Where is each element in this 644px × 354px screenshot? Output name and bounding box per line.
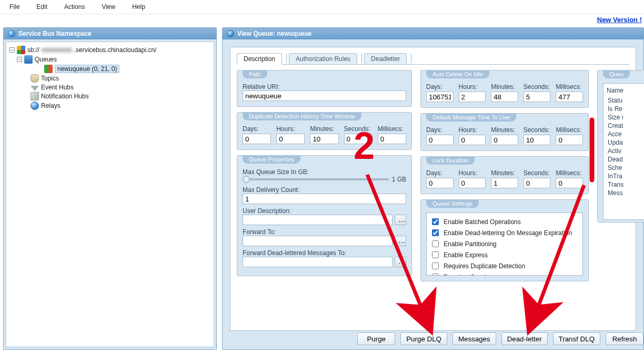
messages-button[interactable]: Messages [452, 332, 496, 345]
ttl-sec-input[interactable] [524, 135, 551, 145]
purge-button[interactable]: Purge [357, 332, 395, 345]
dup-hours-input[interactable] [276, 134, 305, 144]
auto-ms-input[interactable] [556, 92, 583, 102]
group-path-title: Path [243, 70, 267, 78]
group-queue-info: Queu Name StatuIs ReSize iCreatAcceUpdaA… [597, 70, 644, 222]
dup-min-input[interactable] [310, 134, 338, 144]
setting-checkbox-4[interactable] [432, 262, 439, 269]
setting-checkbox-5[interactable] [432, 274, 439, 276]
group-dup-detection: Duplicate Detection History Time Window … [237, 112, 412, 150]
view-queue-header: View Queue: newuqueue [222, 27, 644, 39]
group-auto-title: Auto Delete On Idle [426, 70, 489, 78]
setting-3[interactable]: Enable Express [430, 249, 579, 260]
setting-label-2: Enable Partitioning [444, 240, 497, 248]
group-queue-properties: Queue Properties Max Queue Size In GB: 1… [237, 155, 412, 276]
namespace-panel-title: Service Bus Namespace [18, 30, 92, 37]
menu-view[interactable]: View [98, 2, 118, 12]
collapse-icon[interactable]: − [9, 47, 15, 53]
info-list: Name StatuIs ReSize iCreatAcceUpdaActivD… [603, 83, 644, 220]
auto-sec-input[interactable] [524, 92, 551, 102]
forward-dl-browse-button[interactable]: … [395, 257, 406, 267]
tree-queue-label: newuqueue (0, 21, 0) [55, 65, 119, 73]
relative-uri-input[interactable] [243, 90, 406, 101]
setting-5[interactable]: Requires Session [430, 271, 579, 276]
tabs: Description Authorization Rules Deadlett… [237, 53, 629, 65]
tree-queue-item[interactable]: newuqueue (0, 21, 0) [44, 64, 210, 74]
tree-queues[interactable]: − Queues [17, 55, 210, 64]
refresh-button[interactable]: Refresh [606, 332, 643, 345]
settings-list[interactable]: Enable Batched OperationsEnable Dead-let… [426, 213, 583, 276]
purge-dlq-button[interactable]: Purge DLQ [400, 332, 447, 345]
view-queue-title: View Queue: newuqueue [237, 30, 311, 37]
tree-namespace-root[interactable]: − sb://■■■■■■■■.servicebus.chinacloudapi… [9, 45, 210, 55]
lock-days-input[interactable] [426, 178, 454, 188]
tree-relays[interactable]: Relays [31, 101, 210, 110]
setting-0[interactable]: Enable Batched Operations [430, 216, 579, 227]
tree-notification-hubs[interactable]: Notification Hubs [31, 92, 210, 101]
setting-checkbox-0[interactable] [432, 218, 439, 225]
collapse-icon[interactable]: − [17, 57, 22, 62]
dup-ms-input[interactable] [378, 134, 406, 144]
tree-event-hubs[interactable]: Event Hubs [31, 83, 210, 92]
group-dup-title: Duplicate Detection History Time Window [243, 112, 361, 120]
relays-icon [31, 102, 39, 110]
menu-file[interactable]: File [6, 2, 23, 12]
setting-checkbox-2[interactable] [432, 240, 439, 247]
group-settings-title: Queue Settings [426, 199, 479, 208]
ttl-days-input[interactable] [426, 135, 454, 145]
tab-description[interactable]: Description [237, 53, 282, 65]
ttl-ms-input[interactable] [556, 135, 583, 145]
max-queue-size-slider[interactable] [243, 178, 389, 180]
globe-icon [8, 30, 15, 37]
forward-to-browse-button[interactable]: … [395, 236, 406, 246]
setting-label-5: Requires Session [444, 274, 493, 276]
group-path: Path Relative URI: [237, 70, 412, 107]
lock-min-input[interactable] [491, 178, 518, 188]
user-desc-browse-button[interactable]: … [395, 215, 406, 225]
ttl-min-input[interactable] [491, 135, 518, 145]
group-info-title: Queu [603, 70, 630, 78]
tab-authorization-rules[interactable]: Authorization Rules [289, 53, 357, 65]
auto-days-input[interactable] [426, 92, 454, 102]
setting-checkbox-1[interactable] [432, 229, 439, 236]
setting-2[interactable]: Enable Partitioning [430, 238, 579, 249]
group-auto-delete: Auto Delete On Idle Days: Hours: Minutes… [420, 70, 589, 108]
forward-to-input[interactable] [243, 236, 393, 246]
dead-letter-button[interactable]: Dead-letter [501, 332, 548, 345]
new-version-link[interactable]: New Version ! [595, 15, 644, 25]
transf-dlq-button[interactable]: Transf DLQ [553, 332, 600, 345]
menu-actions[interactable]: Actions [61, 2, 88, 12]
setting-4[interactable]: Requires Duplicate Detection [430, 260, 579, 271]
ttl-hours-input[interactable] [459, 135, 486, 145]
namespace-tree[interactable]: − sb://■■■■■■■■.servicebus.chinacloudapi… [6, 42, 214, 347]
menu-bar: File Edit Actions View Help [0, 0, 644, 14]
forward-dl-input[interactable] [243, 257, 393, 267]
tree-topics[interactable]: Topics [31, 74, 210, 83]
auto-hours-input[interactable] [459, 92, 486, 102]
dup-days-input[interactable] [243, 134, 271, 144]
menu-help[interactable]: Help [129, 2, 148, 12]
group-qp-title: Queue Properties [243, 155, 300, 164]
setting-checkbox-3[interactable] [432, 251, 439, 258]
max-queue-size-value: 1 GB [392, 176, 406, 183]
lock-hours-input[interactable] [459, 178, 486, 188]
lock-sec-input[interactable] [524, 178, 551, 188]
setting-label-0: Enable Batched Operations [444, 218, 521, 226]
setting-1[interactable]: Enable Dead-lettering On Message Expirat… [430, 227, 579, 238]
user-desc-label: User Description: [243, 207, 406, 215]
menu-edit[interactable]: Edit [33, 2, 51, 12]
tab-deadletter[interactable]: Deadletter [364, 53, 407, 65]
info-row-0: Statu [605, 96, 644, 105]
user-desc-input[interactable] [243, 215, 393, 225]
max-queue-size-label: Max Queue Size In GB: [243, 168, 406, 176]
dup-sec-input[interactable] [344, 134, 373, 144]
lock-ms-input[interactable] [556, 178, 583, 188]
queues-icon [24, 55, 33, 64]
relative-uri-label: Relative URI: [243, 83, 406, 90]
max-delivery-input[interactable] [243, 194, 406, 204]
auto-min-input[interactable] [491, 92, 518, 102]
topics-icon [31, 74, 39, 83]
setting-label-3: Enable Express [444, 251, 488, 259]
namespace-panel-header: Service Bus Namespace [3, 27, 217, 39]
group-lock-duration: Lock Duration Days: Hours: Minutes: Seco… [420, 156, 589, 194]
